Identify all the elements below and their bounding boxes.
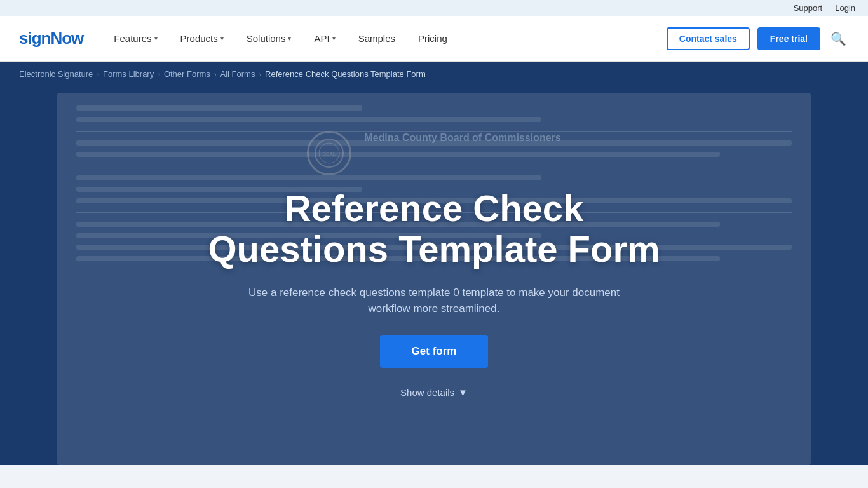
breadcrumb-forms-library[interactable]: Forms Library (103, 69, 154, 79)
nav-samples-label: Samples (358, 33, 395, 44)
products-chevron-icon: ▾ (220, 35, 224, 42)
seal-svg: SEAL (313, 137, 345, 169)
show-details-label: Show details (400, 387, 454, 398)
org-title: Medina County Board of Commissioners (364, 131, 560, 145)
show-details-button[interactable]: Show details ▼ (400, 387, 468, 398)
nav-solutions-label: Solutions (247, 33, 286, 44)
breadcrumb-other-forms[interactable]: Other Forms (164, 69, 210, 79)
api-chevron-icon: ▾ (332, 35, 336, 42)
support-link[interactable]: Support (794, 3, 823, 13)
search-button[interactable]: 🔍 (828, 29, 849, 49)
get-form-button[interactable]: Get form (380, 335, 489, 368)
breadcrumb-current: Reference Check Questions Template Form (265, 69, 426, 79)
nav-pricing-label: Pricing (418, 33, 447, 44)
logo-text: signNow (19, 29, 83, 48)
breadcrumb-electronic-signature[interactable]: Electronic Signature (19, 69, 93, 79)
nav-item-products[interactable]: Products ▾ (169, 16, 235, 62)
hero-section: SEAL Medina County Board of Commissioner… (0, 86, 868, 465)
hero-title: Reference Check Questions Template Form (208, 188, 660, 269)
doc-bg-line (76, 105, 362, 111)
breadcrumb-all-forms[interactable]: All Forms (220, 69, 255, 79)
org-header: SEAL Medina County Board of Commissioner… (307, 131, 560, 175)
nav-right: Contact sales Free trial 🔍 (667, 27, 849, 50)
breadcrumb-sep-1: › (97, 71, 99, 78)
nav-items: Features ▾ Products ▾ Solutions ▾ API ▾ … (102, 16, 666, 62)
login-link[interactable]: Login (835, 3, 855, 13)
chevron-down-icon: ▼ (458, 387, 468, 398)
nav-item-samples[interactable]: Samples (347, 16, 407, 62)
nav-api-label: API (314, 33, 329, 44)
nav-item-api[interactable]: API ▾ (302, 16, 346, 62)
hero-title-line2: Questions Template Form (208, 228, 660, 269)
breadcrumb-sep-4: › (259, 71, 261, 78)
nav-item-features[interactable]: Features ▾ (102, 16, 168, 62)
logo[interactable]: signNow (19, 29, 83, 48)
breadcrumb-sep-3: › (214, 71, 217, 78)
hero-overlay: SEAL Medina County Board of Commissioner… (0, 112, 868, 423)
nav-item-solutions[interactable]: Solutions ▾ (235, 16, 303, 62)
features-chevron-icon: ▾ (154, 35, 158, 42)
svg-text:SEAL: SEAL (323, 151, 336, 157)
hero-subtitle: Use a reference check questions template… (237, 285, 631, 317)
solutions-chevron-icon: ▾ (288, 35, 291, 42)
hero-title-line1: Reference Check (285, 187, 584, 229)
top-utility-bar: Support Login (0, 0, 868, 16)
contact-sales-button[interactable]: Contact sales (667, 27, 750, 50)
free-trial-button[interactable]: Free trial (757, 27, 820, 50)
breadcrumb: Electronic Signature › Forms Library › O… (0, 62, 868, 86)
search-icon: 🔍 (831, 32, 846, 46)
nav-features-label: Features (114, 33, 151, 44)
main-nav: signNow Features ▾ Products ▾ Solutions … (0, 16, 868, 62)
breadcrumb-sep-2: › (158, 71, 160, 78)
nav-item-pricing[interactable]: Pricing (407, 16, 459, 62)
nav-products-label: Products (180, 33, 218, 44)
county-seal: SEAL (307, 131, 351, 175)
